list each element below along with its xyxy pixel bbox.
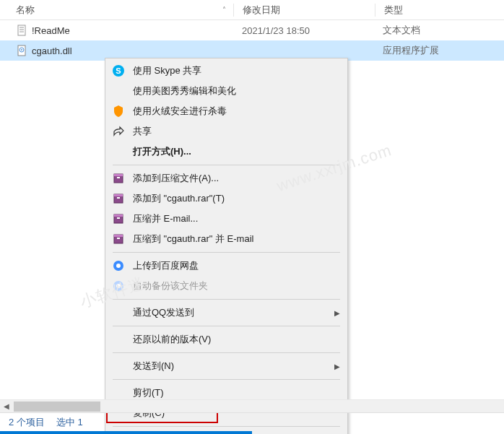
- file-type: 文本文档: [374, 24, 504, 37]
- svg-point-24: [116, 284, 121, 288]
- menu-separator: [113, 165, 340, 165]
- none-icon: [111, 386, 126, 400]
- rar-icon: [111, 191, 126, 206]
- menu-item-label: 使用火绒安全进行杀毒: [133, 105, 227, 118]
- submenu-arrow-icon: ▶: [334, 363, 340, 370]
- menu-item-label: 还原以前的版本(V): [133, 333, 211, 346]
- menu-item[interactable]: 压缩并 E-mail...: [107, 209, 346, 229]
- menu-item-label: 压缩并 E-mail...: [133, 212, 198, 225]
- menu-item[interactable]: 打开方式(H)...: [107, 142, 346, 162]
- rar-icon: [111, 212, 126, 226]
- rar-icon: [111, 171, 126, 186]
- menu-separator: [113, 299, 340, 300]
- menu-item-label: 使用 Skype 共享: [133, 64, 201, 77]
- menu-item-label: 通过QQ发送到: [133, 306, 194, 319]
- svg-rect-13: [114, 194, 123, 196]
- column-date-header[interactable]: 修改日期: [234, 4, 375, 17]
- baidu-icon: [111, 259, 126, 273]
- menu-item[interactable]: 共享: [107, 121, 346, 142]
- svg-rect-10: [114, 174, 123, 176]
- menu-separator: [113, 252, 340, 253]
- huorong-icon: [111, 104, 126, 118]
- menu-item-label: 共享: [133, 125, 152, 138]
- svg-rect-16: [114, 214, 123, 217]
- menu-item-label: 添加到 "cgauth.rar"(T): [133, 192, 225, 205]
- horizontal-scrollbar[interactable]: ◀: [0, 399, 504, 412]
- file-type: 应用程序扩展: [374, 44, 504, 57]
- skype-icon: S: [111, 64, 126, 78]
- column-name-header[interactable]: 名称 ˄: [0, 4, 233, 17]
- file-list: 名称 ˄ 修改日期 类型 !ReadMe 2021/1/23 18:50 文本文…: [0, 0, 504, 61]
- svg-rect-11: [117, 177, 120, 178]
- items-count: 2 个项目: [9, 416, 45, 429]
- file-name: !ReadMe: [32, 25, 70, 36]
- scroll-left-icon[interactable]: ◀: [0, 400, 13, 413]
- menu-item[interactable]: 使用美图秀秀编辑和美化: [107, 81, 346, 101]
- menu-separator: [113, 326, 340, 326]
- menu-item[interactable]: 还原以前的版本(V): [107, 329, 346, 350]
- menu-item[interactable]: 使用火绒安全进行杀毒: [107, 101, 346, 121]
- menu-separator: [113, 352, 340, 353]
- text-file-icon: [16, 25, 27, 36]
- menu-item-label: 上传到百度网盘: [133, 259, 199, 272]
- menu-item[interactable]: S 使用 Skype 共享: [107, 61, 346, 81]
- none-icon: [111, 144, 126, 159]
- menu-item[interactable]: 添加到 "cgauth.rar"(T): [107, 188, 346, 209]
- svg-rect-20: [117, 238, 120, 239]
- rar-icon: [111, 232, 126, 246]
- svg-text:S: S: [116, 66, 121, 75]
- menu-item[interactable]: 通过QQ发送到 ▶: [107, 303, 346, 323]
- menu-item-label: 发送到(N): [133, 360, 174, 373]
- menu-item[interactable]: 发送到(N) ▶: [107, 356, 346, 376]
- column-type-header[interactable]: 类型: [375, 4, 504, 17]
- menu-item-label: 自动备份该文件夹: [133, 279, 208, 292]
- menu-item: 自动备份该文件夹: [107, 276, 346, 296]
- menu-item-label: 剪切(T): [133, 386, 164, 399]
- file-date: 2021/1/23 18:50: [233, 25, 374, 36]
- share-icon: [111, 124, 126, 139]
- none-icon: [111, 332, 126, 347]
- file-row[interactable]: !ReadMe 2021/1/23 18:50 文本文档: [0, 20, 504, 40]
- none-icon: [111, 84, 126, 98]
- dll-file-icon: [16, 45, 27, 56]
- file-name: cgauth.dll: [32, 45, 72, 56]
- svg-rect-17: [117, 217, 120, 219]
- context-menu: S 使用 Skype 共享 使用美图秀秀编辑和美化 使用火绒安全进行杀毒 共享 …: [105, 58, 348, 434]
- svg-point-6: [21, 49, 22, 51]
- menu-item[interactable]: 压缩到 "cgauth.rar" 并 E-mail: [107, 229, 346, 249]
- progress-indicator: [0, 431, 252, 434]
- svg-rect-14: [117, 197, 120, 199]
- column-headers: 名称 ˄ 修改日期 类型: [0, 0, 504, 20]
- selected-count: 选中 1: [56, 416, 83, 429]
- sort-indicator-icon: ˄: [222, 6, 226, 14]
- baidu-gray-icon: [111, 279, 126, 293]
- submenu-arrow-icon: ▶: [334, 309, 340, 317]
- bottom-area: ◀ 2 个项目 选中 1: [0, 399, 504, 434]
- svg-rect-19: [114, 235, 123, 237]
- menu-separator: [113, 379, 340, 380]
- none-icon: [111, 305, 126, 320]
- menu-item-label: 使用美图秀秀编辑和美化: [133, 84, 236, 97]
- none-icon: [111, 359, 126, 373]
- status-bar: 2 个项目 选中 1: [0, 412, 504, 431]
- svg-rect-0: [18, 25, 25, 35]
- menu-item-label: 打开方式(H)...: [133, 145, 191, 158]
- menu-item-label: 压缩到 "cgauth.rar" 并 E-mail: [133, 233, 253, 246]
- menu-item-label: 添加到压缩文件(A)...: [133, 172, 219, 185]
- menu-item[interactable]: 上传到百度网盘: [107, 256, 346, 276]
- menu-item[interactable]: 添加到压缩文件(A)...: [107, 168, 346, 188]
- scroll-thumb[interactable]: [14, 402, 100, 412]
- svg-point-22: [116, 264, 121, 268]
